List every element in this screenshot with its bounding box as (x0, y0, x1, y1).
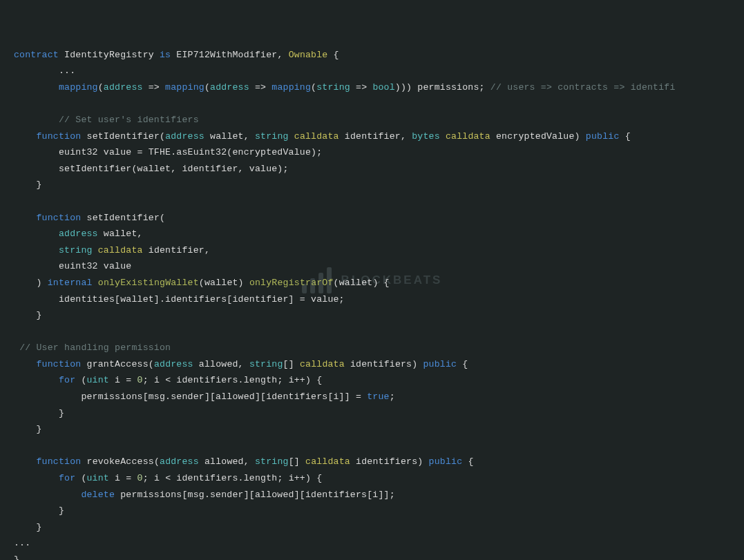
line-19: // User handling permission (14, 342, 171, 353)
line-30: } (14, 522, 42, 532)
line-27: for (uint i = 0; i < identifiers.length;… (14, 473, 322, 483)
line-15: ) internal onlyExistingWallet(wallet) on… (14, 278, 390, 288)
line-28: delete permissions[msg.sender][allowed][… (14, 490, 395, 500)
line-02: ... (14, 66, 75, 76)
line-17: } (14, 310, 42, 320)
line-06: function setIdentifier(address wallet, s… (14, 131, 631, 142)
line-24: } (14, 424, 42, 434)
line-01: contract IdentityRegistry is EIP712WithM… (14, 50, 339, 60)
line-03: mapping(address => mapping(address => ma… (14, 82, 676, 93)
line-08: setIdentifier(wallet, identifier, value)… (14, 164, 289, 174)
line-23: } (14, 408, 64, 418)
code-block: contract IdentityRegistry is EIP712WithM… (0, 0, 744, 560)
line-14: euint32 value (14, 261, 131, 271)
line-09: } (14, 180, 42, 190)
line-26: function revokeAccess(address allowed, s… (14, 456, 474, 467)
line-07: euint32 value = TFHE.asEuint32(encrypted… (14, 147, 322, 157)
line-20: function grantAccess(address allowed, st… (14, 359, 468, 369)
line-29: } (14, 505, 64, 516)
line-16: identities[wallet].identifiers[identifie… (14, 294, 345, 305)
line-22: permissions[msg.sender][allowed][identif… (14, 392, 395, 402)
line-11: function setIdentifier( (14, 213, 165, 223)
line-12: address wallet, (14, 229, 143, 239)
line-05: // Set user's identifiers (14, 115, 199, 125)
line-32: } (14, 554, 19, 560)
line-31: ... (14, 538, 30, 548)
line-13: string calldata identifier, (14, 245, 210, 255)
line-21: for (uint i = 0; i < identifiers.length;… (14, 375, 322, 385)
